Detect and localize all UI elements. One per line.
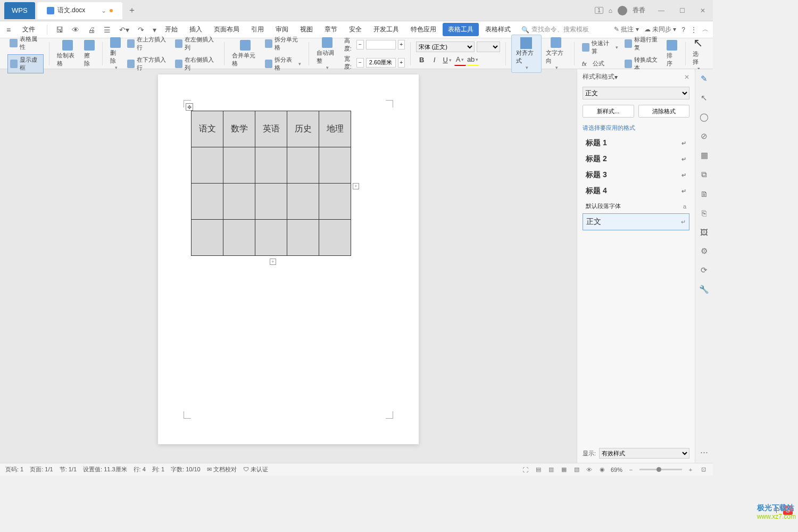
- table-cell[interactable]: [319, 220, 351, 256]
- table-header-cell[interactable]: 地理: [319, 111, 351, 147]
- select-pane-icon[interactable]: ↖: [699, 93, 710, 103]
- help-icon[interactable]: ?: [681, 26, 685, 34]
- panel-close-icon[interactable]: ✕: [684, 73, 689, 81]
- minimize-button[interactable]: —: [654, 5, 669, 16]
- status-cert[interactable]: 🛡 未认证: [243, 466, 268, 473]
- shape-pane-icon[interactable]: ◯: [699, 112, 710, 122]
- table-cell[interactable]: [223, 220, 255, 256]
- table-cell[interactable]: [287, 184, 319, 220]
- document-table[interactable]: 语文 数学 英语 历史 地理: [191, 111, 351, 256]
- table-cell[interactable]: [287, 147, 319, 184]
- select-button[interactable]: ↖选择▾: [691, 35, 705, 72]
- add-column-handle[interactable]: +: [353, 183, 359, 189]
- table-header-cell[interactable]: 语文: [192, 111, 223, 147]
- width-dec[interactable]: −: [356, 58, 363, 68]
- show-filter-select[interactable]: 有效样式: [599, 448, 689, 459]
- command-search[interactable]: 🔍 查找命令、搜索模板: [521, 25, 589, 34]
- table-cell[interactable]: [319, 147, 351, 184]
- backup-pane-icon[interactable]: 🗎: [699, 188, 710, 199]
- menu-security[interactable]: 安全: [344, 23, 367, 36]
- font-family-select[interactable]: 宋体 (正文): [416, 41, 475, 52]
- wps-app-button[interactable]: WPS: [4, 2, 35, 19]
- style-item[interactable]: 默认段落字体a: [583, 199, 689, 213]
- status-page[interactable]: 页面: 1/1: [30, 466, 53, 473]
- status-proof[interactable]: ✉ 文档校对: [207, 466, 237, 473]
- zoom-in-icon[interactable]: +: [686, 466, 695, 474]
- comment-toggle[interactable]: ✎ 批注 ▾: [614, 25, 639, 34]
- zoom-out-icon[interactable]: −: [627, 466, 635, 474]
- history-pane-icon[interactable]: ⟳: [699, 265, 710, 276]
- print-icon[interactable]: 🖨: [86, 23, 97, 36]
- zoom-value[interactable]: 69%: [611, 467, 622, 473]
- status-words[interactable]: 字数: 10/10: [171, 466, 201, 473]
- bold-button[interactable]: B: [416, 54, 428, 66]
- more-icon[interactable]: ⋮: [691, 26, 697, 34]
- font-color-button[interactable]: A▾: [454, 54, 466, 66]
- sync-status[interactable]: ☁ 未同步 ▾: [644, 25, 677, 34]
- more-pane-icon[interactable]: ⋯: [699, 447, 710, 458]
- menu-dev[interactable]: 开发工具: [368, 23, 404, 36]
- text-direction-button[interactable]: 文字方向▾: [544, 36, 569, 71]
- limit-pane-icon[interactable]: ⊘: [699, 131, 710, 142]
- style-item[interactable]: 标题 3↵: [583, 167, 689, 183]
- eye-care-icon[interactable]: 👁: [585, 466, 594, 474]
- table-cell[interactable]: [223, 184, 255, 220]
- styles-pane-icon[interactable]: ✎: [699, 73, 710, 84]
- new-tab-button[interactable]: ＋: [128, 5, 136, 16]
- split-cell-button[interactable]: 拆分单元格: [263, 35, 303, 53]
- table-header-cell[interactable]: 历史: [287, 111, 319, 147]
- user-avatar[interactable]: [618, 6, 627, 15]
- add-row-handle[interactable]: +: [270, 259, 276, 265]
- insert-row-above-button[interactable]: 在上方插入行: [125, 35, 171, 53]
- save-icon[interactable]: 🖫: [54, 23, 65, 36]
- notification-badge[interactable]: 1: [595, 7, 603, 14]
- apparel-icon[interactable]: ⌂: [609, 7, 612, 14]
- table-cell[interactable]: [255, 220, 287, 256]
- collapse-ribbon-icon[interactable]: ︿: [702, 25, 709, 34]
- merge-cells-button[interactable]: 合并单元格: [230, 39, 261, 69]
- table-cell[interactable]: [192, 147, 223, 184]
- width-inc[interactable]: +: [398, 58, 405, 68]
- panel-dropdown-icon[interactable]: ▾: [614, 73, 618, 81]
- delete-button[interactable]: 删除▾: [108, 36, 123, 71]
- cell-align-button[interactable]: 对齐方式▾: [511, 35, 542, 73]
- settings-pane-icon[interactable]: ⚙: [699, 246, 710, 256]
- table-move-handle[interactable]: ✥: [186, 103, 193, 111]
- maximize-button[interactable]: ☐: [675, 5, 689, 16]
- insert-col-left-button[interactable]: 在左侧插入列: [173, 35, 219, 53]
- image-pane-icon[interactable]: 🖼: [699, 227, 710, 237]
- tab-monitor-icon[interactable]: ⌄: [101, 7, 106, 14]
- layout-pane-icon[interactable]: ▦: [699, 150, 710, 161]
- table-header-cell[interactable]: 英语: [255, 111, 287, 147]
- print-preview-icon[interactable]: 👁: [70, 23, 81, 36]
- table-cell[interactable]: [192, 220, 223, 256]
- outline-view-icon[interactable]: ▦: [560, 466, 568, 474]
- style-item[interactable]: 标题 1↵: [583, 135, 689, 151]
- sort-button[interactable]: 排序: [664, 39, 679, 69]
- height-inc[interactable]: +: [398, 40, 405, 49]
- current-style-select[interactable]: 正文: [583, 87, 689, 99]
- focus-icon[interactable]: ◉: [598, 466, 606, 474]
- style-item[interactable]: 标题 4↵: [583, 183, 689, 199]
- height-dec[interactable]: −: [356, 40, 363, 49]
- font-size-select[interactable]: [477, 41, 500, 52]
- table-header-cell[interactable]: 数学: [223, 111, 255, 147]
- clear-format-button[interactable]: 清除格式: [638, 105, 690, 118]
- table-cell[interactable]: [319, 184, 351, 220]
- property-pane-icon[interactable]: ⧉: [699, 169, 710, 180]
- style-item[interactable]: 标题 2↵: [583, 151, 689, 167]
- table-cell[interactable]: [287, 220, 319, 256]
- document-canvas[interactable]: ✥ 语文 数学 英语 历史 地理 + +: [0, 69, 577, 463]
- web-view-icon[interactable]: ▧: [572, 466, 581, 474]
- italic-button[interactable]: I: [429, 54, 440, 66]
- autofit-button[interactable]: 自动调整▾: [314, 36, 340, 71]
- table-cell[interactable]: [255, 147, 287, 184]
- menu-table-tools[interactable]: 表格工具: [443, 23, 479, 36]
- page-view-icon[interactable]: ▥: [547, 466, 555, 474]
- reading-view-icon[interactable]: ▤: [534, 466, 543, 474]
- tools-pane-icon[interactable]: 🔧: [699, 284, 710, 295]
- zoom-slider[interactable]: [639, 469, 682, 470]
- best-fit-icon[interactable]: ⊡: [699, 466, 708, 474]
- eraser-button[interactable]: 擦除: [82, 39, 97, 69]
- clipboard-pane-icon[interactable]: ⎘: [699, 207, 710, 218]
